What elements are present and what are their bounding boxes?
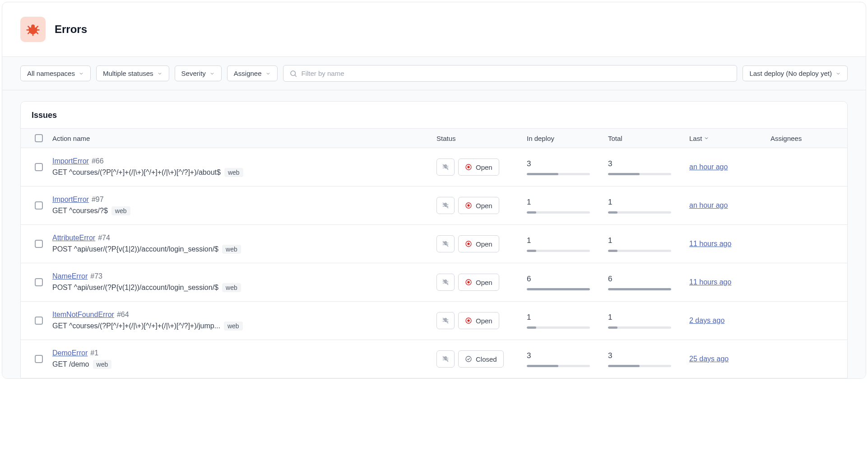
statuses-filter[interactable]: Multiple statuses [96,65,169,81]
namespace-tag: web [224,168,243,177]
issues-title: Issues [21,102,847,128]
total-bar [608,326,671,329]
col-last-sort[interactable]: Last [689,135,771,142]
chevron-down-icon [157,71,162,76]
action-sub: GET ^courses/(?P[^/+]+(/|\+)[^/+]+(/|\+)… [52,168,436,177]
total-cell: 1 [608,236,689,252]
svg-line-17 [443,356,448,362]
last-cell: 25 days ago [689,355,771,363]
action-cell: ImportError#66GET ^courses/(?P[^/+]+(/|\… [52,157,436,177]
svg-point-13 [467,281,469,283]
assignee-filter-label: Assignee [234,70,262,77]
issue-id: #74 [98,234,110,242]
last-cell: 2 days ago [689,317,771,325]
status-label: Open [476,279,492,286]
total-cell: 3 [608,351,689,367]
mute-button[interactable] [436,235,455,252]
in-deploy-count: 1 [527,236,608,245]
bug-icon [20,17,46,42]
severity-filter[interactable]: Severity [175,65,222,81]
namespaces-filter[interactable]: All namespaces [20,65,91,81]
status-badge[interactable]: Open [458,197,499,214]
statuses-filter-label: Multiple statuses [103,70,153,77]
issue-link[interactable]: AttributeError [52,234,95,242]
namespace-tag: web [224,322,243,331]
row-checkbox[interactable] [35,201,43,210]
status-badge[interactable]: Open [458,235,499,252]
total-count: 3 [608,159,689,168]
last-cell: 11 hours ago [689,240,771,248]
issue-link[interactable]: ImportError [52,196,89,203]
svg-point-4 [467,166,469,168]
search-input[interactable] [283,65,738,82]
chevron-down-icon [704,135,709,141]
status-label: Open [476,317,492,325]
total-count: 1 [608,236,689,245]
last-cell: 11 hours ago [689,278,771,286]
last-cell: an hour ago [689,201,771,210]
in-deploy-count: 3 [527,351,608,360]
deploy-filter[interactable]: Last deploy (No deploy yet) [743,65,848,81]
issue-id: #73 [90,272,102,280]
col-total: Total [608,135,689,142]
table-row: NameError#73POST ^api/user/(?P{v(1|2))/a… [21,263,847,302]
severity-filter-label: Severity [181,70,206,77]
namespace-tag: web [222,283,241,292]
last-link[interactable]: an hour ago [689,163,728,171]
mute-button[interactable] [436,158,455,176]
mute-button[interactable] [436,312,455,329]
table-row: ItemNotFoundError#64GET ^courses/(?P[^/+… [21,302,847,340]
last-link[interactable]: 11 hours ago [689,278,731,286]
total-count: 3 [608,351,689,360]
total-cell: 1 [608,198,689,214]
row-checkbox[interactable] [35,317,43,325]
row-checkbox[interactable] [35,240,43,248]
last-link[interactable]: 2 days ago [689,317,724,324]
assignee-filter[interactable]: Assignee [227,65,278,81]
issue-link[interactable]: ItemNotFoundError [52,311,114,318]
col-last: Last [689,135,702,142]
row-checkbox[interactable] [35,355,43,363]
row-checkbox[interactable] [35,278,43,286]
in-deploy-bar [527,250,590,252]
last-link[interactable]: 25 days ago [689,355,729,363]
last-link[interactable]: 11 hours ago [689,240,731,247]
svg-line-8 [443,241,448,247]
action-cell: DemoError#1GET /demoweb [52,349,436,369]
in-deploy-bar [527,211,590,214]
issue-id: #66 [92,157,104,165]
action-route: GET ^courses/(?P[^/+]+(/|\+)[^/+]+(/|\+)… [52,322,220,330]
action-route: POST ^api/user/(?P{v(1|2))/account/login… [52,245,218,253]
svg-line-1 [295,75,296,76]
in-deploy-count: 1 [527,313,608,322]
in-deploy-cell: 3 [527,351,608,367]
action-route: GET ^courses/(?P[^/+]+(/|\+)[^/+]+(/|\+)… [52,168,221,177]
select-all-checkbox[interactable] [35,134,43,142]
chevron-down-icon [79,71,84,76]
status-badge[interactable]: Closed [458,350,504,368]
status-label: Open [476,202,492,210]
in-deploy-count: 1 [527,198,608,207]
row-checkbox[interactable] [35,163,43,171]
issue-link[interactable]: DemoError [52,349,88,357]
svg-point-0 [291,71,296,76]
status-badge[interactable]: Open [458,312,499,329]
action-cell: AttributeError#74POST ^api/user/(?P{v(1|… [52,234,436,254]
mute-button[interactable] [436,274,455,291]
total-bar [608,288,671,290]
table-body: ImportError#66GET ^courses/(?P[^/+]+(/|\… [21,148,847,378]
last-link[interactable]: an hour ago [689,201,728,209]
issue-link[interactable]: ImportError [52,157,89,165]
namespace-tag: web [93,360,112,369]
status-badge[interactable]: Open [458,274,499,291]
mute-button[interactable] [436,350,455,368]
status-badge[interactable]: Open [458,158,499,176]
total-count: 6 [608,275,689,284]
mute-button[interactable] [436,197,455,214]
issue-link[interactable]: NameError [52,272,88,280]
table-row: ImportError#66GET ^courses/(?P[^/+]+(/|\… [21,148,847,186]
svg-line-2 [443,164,448,170]
status-label: Open [476,240,492,248]
svg-line-14 [443,318,448,323]
in-deploy-count: 3 [527,159,608,168]
